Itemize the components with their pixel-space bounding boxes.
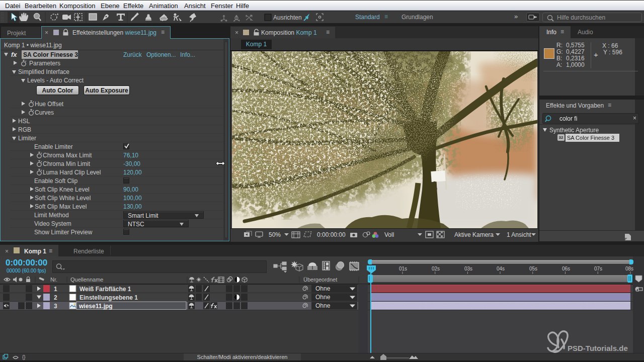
svg-text:2: 2 (54, 294, 57, 301)
svg-text:Ohne: Ohne (315, 302, 331, 309)
svg-text:Weiß Farbfläche 1: Weiß Farbfläche 1 (79, 286, 131, 293)
svg-text:Übergeordnet: Übergeordnet (303, 277, 337, 283)
svg-text:{}: {} (22, 354, 26, 360)
svg-text:3: 3 (54, 303, 57, 310)
svg-text:Aktive Kamera: Aktive Kamera (454, 231, 494, 238)
svg-text:Quellenname: Quellenname (70, 277, 103, 283)
svg-text:Nr.: Nr. (50, 277, 57, 283)
svg-text:Voll: Voll (384, 231, 394, 238)
svg-text:1: 1 (54, 286, 57, 293)
svg-text:Ohne: Ohne (315, 285, 331, 292)
svg-text:PSD-Tutorials.de: PSD-Tutorials.de (568, 344, 628, 352)
svg-text:0:00:00:00: 0:00:00:00 (317, 231, 346, 238)
svg-text:Ohne: Ohne (315, 294, 331, 301)
svg-text:1 Ansicht: 1 Ansicht (507, 231, 531, 238)
svg-text:wiese11.jpg: wiese11.jpg (78, 303, 113, 310)
svg-text:Einstellungsebene 1: Einstellungsebene 1 (79, 294, 138, 301)
svg-text:Ausrichten: Ausrichten (273, 14, 302, 21)
svg-text:50%: 50% (269, 231, 281, 238)
